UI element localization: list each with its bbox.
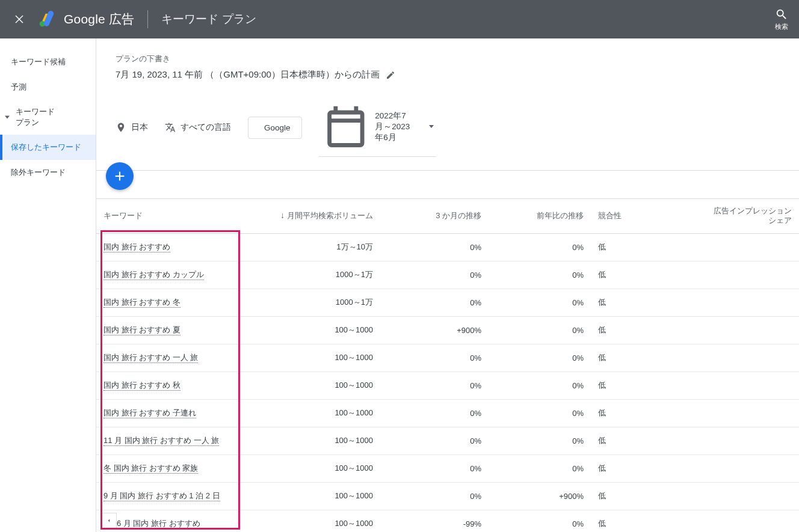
close-icon xyxy=(14,14,25,25)
keyword-link[interactable]: 国内 旅行 おすすめ 夏 xyxy=(103,325,180,335)
col-header-impression-share[interactable]: 広告インプレッション シェア xyxy=(687,198,799,233)
edit-plan-button[interactable] xyxy=(386,70,395,80)
nav-label: 予測 xyxy=(11,82,26,93)
keyword-link[interactable]: 6 月 国内 旅行 おすすめ xyxy=(117,519,200,529)
cell-competition: 低 xyxy=(591,454,687,482)
filter-date-label: 2022年7月～2023年6月 xyxy=(375,111,413,143)
cell-impression-share xyxy=(687,344,799,371)
keyword-link[interactable]: 国内 旅行 おすすめ カップル xyxy=(103,270,204,280)
cell-impression-share xyxy=(687,371,799,399)
app-header: Google 広告 キーワード プラン 検索 xyxy=(0,0,799,38)
chevron-down-icon xyxy=(5,115,10,118)
cell-yoy: 0% xyxy=(489,510,591,532)
cell-volume: 100～1000 xyxy=(236,399,380,427)
cell-yoy: 0% xyxy=(489,427,591,454)
keyword-link[interactable]: 国内 旅行 おすすめ 一人 旅 xyxy=(103,353,198,363)
nav-saved-keywords[interactable]: 保存したキーワード xyxy=(0,135,96,160)
cell-competition: 低 xyxy=(591,482,687,510)
nav-keyword-plan[interactable]: キーワード プラン xyxy=(0,99,96,135)
brand-rest: 広告 xyxy=(105,12,134,26)
cell-volume: 100～1000 xyxy=(236,344,380,371)
plan-draft-label: プランの下書き xyxy=(116,54,780,64)
col-header-competition[interactable]: 競合性 xyxy=(591,198,687,233)
keyword-link[interactable]: 国内 旅行 おすすめ 冬 xyxy=(103,298,180,308)
table-row: 国内 旅行 おすすめ1万～10万0%0%低 xyxy=(96,233,799,261)
cell-competition: 低 xyxy=(591,344,687,371)
content-area: プランの下書き 7月 19, 2023, 11 午前 （（GMT+09:00）日… xyxy=(96,38,799,532)
cell-volume: 100～1000 xyxy=(236,454,380,482)
table-row: 国内 旅行 おすすめ 秋100～10000%0%低 xyxy=(96,371,799,399)
cell-3month: 0% xyxy=(380,482,489,510)
table-row: 11 月 国内 旅行 おすすめ 一人 旅100～10000%0%低 xyxy=(96,427,799,454)
cell-3month: -99% xyxy=(380,510,489,532)
pencil-icon xyxy=(386,70,395,80)
cell-3month: 0% xyxy=(380,233,489,261)
table-row: 国内 旅行 おすすめ カップル1000～1万0%0%低 xyxy=(96,261,799,289)
plus-icon xyxy=(113,170,126,183)
cell-yoy: 0% xyxy=(489,233,591,261)
cell-impression-share xyxy=(687,233,799,261)
plan-time-row: 7月 19, 2023, 11 午前 （（GMT+09:00）日本標準時）からの… xyxy=(116,69,780,81)
cell-impression-share xyxy=(687,454,799,482)
close-button[interactable] xyxy=(11,11,28,28)
calendar-icon xyxy=(321,102,371,151)
plan-header: プランの下書き 7月 19, 2023, 11 午前 （（GMT+09:00）日… xyxy=(96,38,799,93)
search-icon xyxy=(775,8,788,21)
cell-3month: 0% xyxy=(380,371,489,399)
cell-yoy: 0% xyxy=(489,261,591,289)
keyword-link[interactable]: 冬 国内 旅行 おすすめ 家族 xyxy=(103,463,198,474)
chevron-down-icon xyxy=(429,125,434,128)
cell-3month: 0% xyxy=(380,261,489,289)
scroll-left-button[interactable] xyxy=(101,513,117,528)
filter-date-range[interactable]: 2022年7月～2023年6月 xyxy=(319,99,436,157)
filters-bar: 日本 すべての言語 Google 2022年7月～2023年6月 xyxy=(96,93,799,171)
col-header-yoy[interactable]: 前年比の推移 xyxy=(489,198,591,233)
nav-keyword-ideas[interactable]: キーワード候補 xyxy=(0,49,96,75)
header-divider xyxy=(147,10,148,28)
cell-competition: 低 xyxy=(591,399,687,427)
keyword-link[interactable]: 国内 旅行 おすすめ xyxy=(103,242,170,252)
table-row: 国内 旅行 おすすめ 冬1000～1万0%0%低 xyxy=(96,289,799,316)
cell-volume: 1万～10万 xyxy=(236,233,380,261)
keywords-table: キーワード ↓月間平均検索ボリューム 3 か月の推移 前年比の推移 競合性 広告… xyxy=(96,198,799,532)
location-pin-icon xyxy=(116,122,126,133)
cell-3month: 0% xyxy=(380,344,489,371)
table-row: 冬 国内 旅行 おすすめ 家族100～10000%0%低 xyxy=(96,454,799,482)
cell-3month: 0% xyxy=(380,454,489,482)
add-keyword-fab[interactable] xyxy=(106,162,134,190)
cell-yoy: 0% xyxy=(489,454,591,482)
cell-competition: 低 xyxy=(591,371,687,399)
filter-network[interactable]: Google xyxy=(248,117,302,139)
table-row: 国内 旅行 おすすめ 夏100～1000+900%0%低 xyxy=(96,316,799,344)
col-header-volume[interactable]: ↓月間平均検索ボリューム xyxy=(236,198,380,233)
cell-competition: 低 xyxy=(591,510,687,532)
cell-volume: 100～1000 xyxy=(236,482,380,510)
col-header-keyword[interactable]: キーワード xyxy=(96,198,236,233)
keyword-link[interactable]: 国内 旅行 おすすめ 子連れ xyxy=(103,408,196,418)
filter-network-label: Google xyxy=(264,123,291,132)
nav-label: 除外キーワード xyxy=(11,167,66,178)
keyword-link[interactable]: 9 月 国内 旅行 おすすめ 1 泊 2 日 xyxy=(103,491,220,501)
cell-impression-share xyxy=(687,261,799,289)
search-label: 検索 xyxy=(775,22,788,31)
keyword-link[interactable]: 国内 旅行 おすすめ 秋 xyxy=(103,381,180,391)
nav-negative-keywords[interactable]: 除外キーワード xyxy=(0,160,96,185)
page-title: キーワード プラン xyxy=(161,11,256,27)
nav-forecast[interactable]: 予測 xyxy=(0,75,96,100)
keyword-link[interactable]: 11 月 国内 旅行 おすすめ 一人 旅 xyxy=(103,436,219,446)
table-row: 国内 旅行 おすすめ 子連れ100～10000%0%低 xyxy=(96,399,799,427)
plan-time-text: 7月 19, 2023, 11 午前 （（GMT+09:00）日本標準時）からの… xyxy=(116,69,380,81)
col-header-3month[interactable]: 3 か月の推移 xyxy=(380,198,489,233)
google-ads-logo-icon xyxy=(39,11,55,28)
search-button[interactable]: 検索 xyxy=(775,8,788,31)
filter-language[interactable]: すべての言語 xyxy=(165,122,231,133)
filter-location[interactable]: 日本 xyxy=(116,122,148,133)
cell-3month: +900% xyxy=(380,316,489,344)
cell-volume: 1000～1万 xyxy=(236,261,380,289)
table-row: 国内 旅行 おすすめ 一人 旅100～10000%0%低 xyxy=(96,344,799,371)
cell-3month: 0% xyxy=(380,399,489,427)
nav-label: キーワード候補 xyxy=(11,57,66,67)
cell-impression-share xyxy=(687,482,799,510)
cell-3month: 0% xyxy=(380,289,489,316)
brand-strong: Google xyxy=(64,12,105,26)
